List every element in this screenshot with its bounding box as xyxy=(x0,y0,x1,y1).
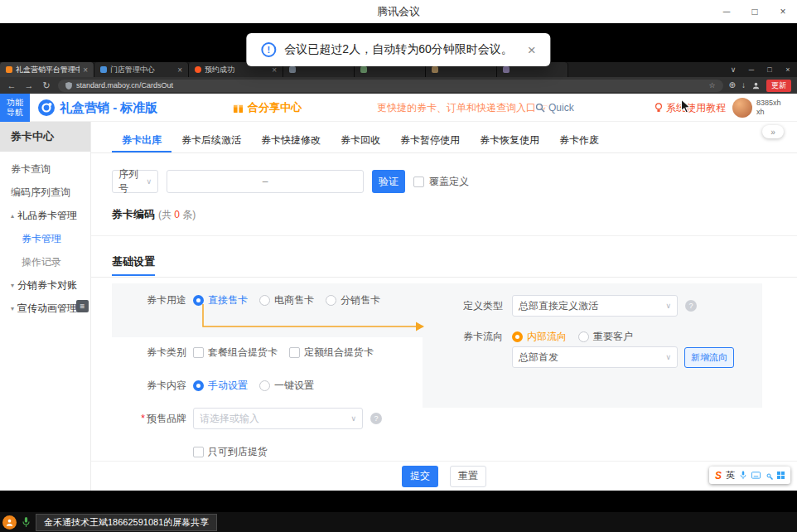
tab-card-outbound[interactable]: 券卡出库 xyxy=(112,128,171,152)
serial-range-input[interactable]: – xyxy=(167,170,364,193)
define-type-select[interactable]: 总部直接定义激活 ∨ xyxy=(512,295,678,317)
address-bar[interactable]: standard.maboy.cn/CardsOut ☆ xyxy=(58,80,723,92)
caret-down-icon: ∨ xyxy=(350,414,356,423)
serial-type-select[interactable]: 序列号 ∨ xyxy=(112,170,158,193)
ime-tools-icon[interactable] xyxy=(765,472,773,480)
radio-icon[interactable] xyxy=(193,295,204,306)
radio-icon[interactable] xyxy=(326,295,336,306)
minimize-button[interactable]: ─ xyxy=(712,0,741,23)
user-id: 8385xh xyxy=(756,99,781,108)
browser-tab-gift-platform[interactable]: 礼盒营销平台管理中心 × xyxy=(0,62,94,77)
checkbox-icon[interactable] xyxy=(193,447,204,457)
ime-logo-icon[interactable]: S xyxy=(715,470,722,481)
tab-close-icon[interactable]: × xyxy=(177,65,182,75)
radio-label: 手动设置 xyxy=(208,379,248,393)
tutorial-label: 系统使用教程 xyxy=(666,101,726,115)
zoom-icon[interactable]: ⊕ xyxy=(729,81,736,89)
radio-ecommerce-sale[interactable]: 电商售卡 xyxy=(259,293,314,307)
radio-icon[interactable] xyxy=(259,380,270,391)
caret-down-icon: ▾ xyxy=(11,282,14,289)
meeting-titlebar: 腾讯会议 ─ □ × xyxy=(0,0,797,23)
ime-grid-icon[interactable] xyxy=(777,472,785,479)
maximize-button[interactable]: □ xyxy=(741,0,769,23)
toast-close-icon[interactable]: × xyxy=(528,43,536,57)
tab-close-icon[interactable]: × xyxy=(272,65,277,75)
shared-browser-window: 礼盒营销平台管理中心 × 门店管理中心 × 预约成功 × ∨ ─ □ xyxy=(0,62,797,491)
tab-close-icon[interactable]: × xyxy=(83,65,88,75)
settings-tab[interactable]: 基础设置 xyxy=(112,254,155,276)
sidebar-item-card-query[interactable]: 券卡查询 xyxy=(0,157,90,181)
tab-card-void[interactable]: 券卡作废 xyxy=(549,128,609,152)
function-nav-toggle[interactable]: 功能 导航 xyxy=(0,94,30,122)
tab-card-recycle[interactable]: 券卡回收 xyxy=(331,128,390,152)
checkbox-store-pickup-only[interactable]: 只可到店提货 xyxy=(193,445,268,459)
tab-card-followup-activate[interactable]: 券卡后续激活 xyxy=(171,128,251,152)
panel-expand-button[interactable]: » xyxy=(762,125,784,138)
card-usage-row: 券卡用途 直接售卡 电商售卡 分销售卡 xyxy=(112,292,392,308)
profile-icon[interactable] xyxy=(751,81,761,90)
sidebar-group-distribution-recon[interactable]: ▾分销券卡对账 xyxy=(0,273,90,297)
presale-brand-select[interactable]: 请选择或输入 ∨ xyxy=(193,408,363,429)
sidebar-item-card-mgmt[interactable]: 券卡管理 xyxy=(0,227,90,250)
bookmark-icon[interactable]: ☆ xyxy=(709,81,716,89)
sidebar-item-serial-query[interactable]: 编码序列查询 xyxy=(0,181,90,204)
microphone-icon[interactable] xyxy=(21,516,31,528)
share-center-link[interactable]: 合分享中心 xyxy=(233,94,302,122)
browser-minimize-button[interactable]: ─ xyxy=(742,65,761,74)
tab-list-icon[interactable]: ∨ xyxy=(724,65,742,74)
back-icon[interactable]: ← xyxy=(6,81,17,90)
radio-manual-setting[interactable]: 手动设置 xyxy=(193,379,248,393)
ime-keyboard-icon[interactable] xyxy=(751,472,761,479)
avatar[interactable] xyxy=(732,98,752,118)
flow-select-value: 总部首发 xyxy=(519,351,558,365)
sidebar-item-operation-log[interactable]: 操作记录 xyxy=(0,250,90,273)
tab-card-suspend[interactable]: 券卡暂停使用 xyxy=(390,128,470,152)
radio-icon[interactable] xyxy=(578,331,589,342)
tutorial-link[interactable]: 系统使用教程 xyxy=(655,94,726,122)
reset-button[interactable]: 重置 xyxy=(450,466,486,487)
add-flow-button[interactable]: 新增流向 xyxy=(684,347,734,368)
flow-select[interactable]: 总部首发 ∨ xyxy=(512,346,678,368)
verify-button[interactable]: 验证 xyxy=(372,170,405,193)
reload-icon[interactable]: ↻ xyxy=(41,81,52,90)
radio-icon[interactable] xyxy=(259,295,270,306)
browser-update-button[interactable]: 更新 xyxy=(766,80,791,92)
radio-internal-flow[interactable]: 内部流向 xyxy=(512,330,567,344)
checkbox-combo-pickup-card[interactable]: 套餐组合提货卡 xyxy=(193,346,278,360)
checkbox-icon[interactable] xyxy=(413,177,424,187)
checkbox-icon[interactable] xyxy=(289,347,300,358)
meeting-member-icon[interactable] xyxy=(2,515,17,530)
help-icon[interactable]: ? xyxy=(370,413,382,424)
quick-search[interactable]: Quick xyxy=(535,94,574,122)
sidebar-group-gift-card-mgmt[interactable]: ▴礼品券卡管理 xyxy=(0,204,90,227)
help-icon[interactable]: ? xyxy=(685,300,697,312)
main-content: 券卡出库 券卡后续激活 券卡快捷修改 券卡回收 券卡暂停使用 券卡恢复使用 券卡… xyxy=(91,122,797,491)
forward-icon[interactable]: → xyxy=(23,81,35,90)
tab-card-quick-edit[interactable]: 券卡快捷修改 xyxy=(251,128,331,152)
close-button[interactable]: × xyxy=(769,0,797,23)
browser-maximize-button[interactable]: □ xyxy=(761,65,779,74)
checkbox-fixed-combo-pickup-card[interactable]: 定额组合提货卡 xyxy=(289,346,374,360)
radio-distribution-sale[interactable]: 分销售卡 xyxy=(326,293,380,307)
radio-icon[interactable] xyxy=(193,380,204,391)
radio-important-customer[interactable]: 重要客户 xyxy=(578,330,633,344)
taskbar: 金禾通技术王斌18662591081的屏幕共享 xyxy=(0,512,797,532)
user-account[interactable]: 8385xh xh xyxy=(732,94,781,122)
active-tab-underline xyxy=(112,274,155,276)
radio-icon[interactable] xyxy=(512,331,523,342)
radio-one-click-setting[interactable]: 一键设置 xyxy=(259,379,314,393)
override-define-checkbox[interactable]: 覆盖定义 xyxy=(413,175,469,189)
download-icon[interactable]: ↓ xyxy=(741,81,746,89)
security-shield-icon xyxy=(65,82,72,89)
sidebar-collapse-toggle[interactable]: ≡ xyxy=(76,300,89,312)
quick-entry-link[interactable]: 更快捷的券卡、订单和快递查询入口 ☞ xyxy=(377,94,548,122)
browser-tab-store-center[interactable]: 门店管理中心 × xyxy=(94,62,189,77)
radio-direct-sale[interactable]: 直接售卡 xyxy=(193,293,248,307)
tab-card-restore[interactable]: 券卡恢复使用 xyxy=(470,128,549,152)
checkbox-icon[interactable] xyxy=(193,347,204,358)
browser-close-button[interactable]: × xyxy=(779,65,797,74)
submit-button[interactable]: 提交 xyxy=(402,466,438,487)
screen-share-indicator[interactable]: 金禾通技术王斌18662591081的屏幕共享 xyxy=(36,514,217,531)
ime-language-toggle[interactable]: 英 xyxy=(726,469,735,481)
ime-mic-icon[interactable] xyxy=(739,471,747,480)
